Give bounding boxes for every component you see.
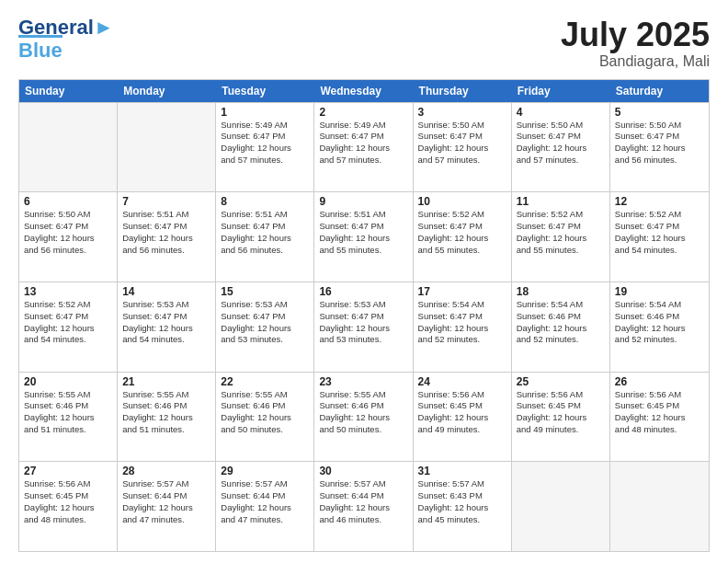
header-day-saturday: Saturday <box>610 80 709 102</box>
cell-info-line: Sunrise: 5:54 AM <box>418 299 506 311</box>
cell-info-line: Sunset: 6:47 PM <box>122 311 210 323</box>
cell-info-line: Sunrise: 5:55 AM <box>122 389 210 401</box>
cell-info-line: Sunrise: 5:50 AM <box>517 120 605 132</box>
cal-cell: 24Sunrise: 5:56 AMSunset: 6:45 PMDayligh… <box>414 373 512 462</box>
cell-info-line: Sunset: 6:46 PM <box>221 400 309 412</box>
cell-info-line: and 46 minutes. <box>319 514 407 526</box>
cell-info-line: Sunrise: 5:50 AM <box>418 120 506 132</box>
cell-info-line: Sunset: 6:47 PM <box>319 221 407 233</box>
cal-cell <box>610 462 709 551</box>
cell-info-line: Sunrise: 5:53 AM <box>122 299 210 311</box>
cal-cell <box>19 103 118 192</box>
header-day-tuesday: Tuesday <box>216 80 314 102</box>
cell-info-line: Daylight: 12 hours <box>221 143 309 155</box>
cal-cell: 16Sunrise: 5:53 AMSunset: 6:47 PMDayligh… <box>314 282 413 372</box>
cell-info-line: and 54 minutes. <box>24 334 112 346</box>
cell-info-line: Sunset: 6:47 PM <box>221 221 309 233</box>
logo-blue: Blue <box>18 35 63 63</box>
cell-info-line: Sunset: 6:46 PM <box>615 311 704 323</box>
cell-info-line: and 53 minutes. <box>319 334 407 346</box>
day-number: 13 <box>24 285 112 298</box>
cell-info-line: Sunrise: 5:54 AM <box>615 299 704 311</box>
cal-cell: 31Sunrise: 5:57 AMSunset: 6:43 PMDayligh… <box>414 462 512 551</box>
cell-info-line: Sunset: 6:47 PM <box>319 311 407 323</box>
cell-info-line: Sunset: 6:47 PM <box>418 311 506 323</box>
cell-info-line: Daylight: 12 hours <box>418 233 506 245</box>
cell-info-line: Sunset: 6:45 PM <box>24 490 112 502</box>
cell-info-line: and 52 minutes. <box>517 334 605 346</box>
day-number: 28 <box>122 465 210 477</box>
header-day-sunday: Sunday <box>19 80 118 102</box>
cell-info-line: Sunrise: 5:50 AM <box>24 209 112 221</box>
cell-info-line: and 57 minutes. <box>418 155 506 167</box>
day-number: 25 <box>517 375 605 388</box>
cell-info-line: Daylight: 12 hours <box>517 412 605 424</box>
cal-cell: 2Sunrise: 5:49 AMSunset: 6:47 PMDaylight… <box>314 103 413 192</box>
cell-info-line: Sunset: 6:47 PM <box>517 221 605 233</box>
cell-info-line: and 45 minutes. <box>418 514 506 526</box>
cell-info-line: Daylight: 12 hours <box>221 233 309 245</box>
cell-info-line: Daylight: 12 hours <box>418 412 506 424</box>
cell-info-line: Sunset: 6:46 PM <box>517 311 605 323</box>
cal-cell: 3Sunrise: 5:50 AMSunset: 6:47 PMDaylight… <box>414 103 512 192</box>
day-number: 7 <box>122 195 210 208</box>
cell-info-line: and 56 minutes. <box>24 245 112 257</box>
day-number: 23 <box>319 375 407 388</box>
cell-info-line: Sunrise: 5:51 AM <box>221 209 309 221</box>
day-number: 6 <box>24 195 112 208</box>
cell-info-line: Sunset: 6:47 PM <box>221 311 309 323</box>
cell-info-line: Sunrise: 5:57 AM <box>418 478 506 490</box>
week-row-2: 6Sunrise: 5:50 AMSunset: 6:47 PMDaylight… <box>19 191 709 282</box>
cell-info-line: Sunset: 6:46 PM <box>122 400 210 412</box>
cell-info-line: Sunset: 6:46 PM <box>319 400 407 412</box>
cal-cell: 22Sunrise: 5:55 AMSunset: 6:46 PMDayligh… <box>216 373 314 462</box>
cal-cell <box>512 462 610 551</box>
cell-info-line: Sunset: 6:47 PM <box>319 131 407 143</box>
calendar-header: SundayMondayTuesdayWednesdayThursdayFrid… <box>19 80 709 102</box>
cell-info-line: and 57 minutes. <box>319 155 407 167</box>
cell-info-line: Sunset: 6:47 PM <box>615 131 704 143</box>
cell-info-line: Sunrise: 5:52 AM <box>517 209 605 221</box>
cell-info-line: Sunrise: 5:52 AM <box>24 299 112 311</box>
cell-info-line: Daylight: 12 hours <box>24 233 112 245</box>
cell-info-line: and 54 minutes. <box>122 334 210 346</box>
cal-cell: 5Sunrise: 5:50 AMSunset: 6:47 PMDaylight… <box>610 103 709 192</box>
day-number: 31 <box>418 465 506 477</box>
cal-cell: 15Sunrise: 5:53 AMSunset: 6:47 PMDayligh… <box>216 282 314 372</box>
cell-info-line: and 52 minutes. <box>615 334 704 346</box>
cell-info-line: Sunrise: 5:56 AM <box>418 389 506 401</box>
header-day-monday: Monday <box>118 80 216 102</box>
cal-cell: 29Sunrise: 5:57 AMSunset: 6:44 PMDayligh… <box>216 462 314 551</box>
cal-cell: 20Sunrise: 5:55 AMSunset: 6:46 PMDayligh… <box>19 373 118 462</box>
cell-info-line: Sunset: 6:44 PM <box>122 490 210 502</box>
cell-info-line: Daylight: 12 hours <box>24 323 112 335</box>
day-number: 22 <box>221 375 309 388</box>
cell-info-line: Sunrise: 5:55 AM <box>319 389 407 401</box>
cell-info-line: and 55 minutes. <box>319 245 407 257</box>
header: General► Blue July 2025 Bandiagara, Mali <box>18 17 710 70</box>
cell-info-line: Sunset: 6:45 PM <box>418 400 506 412</box>
day-number: 30 <box>319 465 407 477</box>
cal-cell <box>118 103 216 192</box>
title-location: Bandiagara, Mali <box>561 53 710 70</box>
day-number: 18 <box>517 285 605 298</box>
cell-info-line: and 48 minutes. <box>615 424 704 436</box>
logo: General► Blue <box>18 17 114 63</box>
day-number: 3 <box>418 106 506 119</box>
cell-info-line: Daylight: 12 hours <box>517 233 605 245</box>
cal-cell: 25Sunrise: 5:56 AMSunset: 6:45 PMDayligh… <box>512 373 610 462</box>
cell-info-line: Sunrise: 5:56 AM <box>615 389 704 401</box>
day-number: 16 <box>319 285 407 298</box>
cal-cell: 23Sunrise: 5:55 AMSunset: 6:46 PMDayligh… <box>314 373 413 462</box>
cell-info-line: Sunrise: 5:57 AM <box>319 478 407 490</box>
cal-cell: 7Sunrise: 5:51 AMSunset: 6:47 PMDaylight… <box>118 192 216 282</box>
cell-info-line: Daylight: 12 hours <box>615 143 704 155</box>
cell-info-line: and 51 minutes. <box>122 424 210 436</box>
cell-info-line: Daylight: 12 hours <box>221 412 309 424</box>
day-number: 14 <box>122 285 210 298</box>
cal-cell: 28Sunrise: 5:57 AMSunset: 6:44 PMDayligh… <box>118 462 216 551</box>
cell-info-line: Daylight: 12 hours <box>319 233 407 245</box>
cell-info-line: Sunset: 6:47 PM <box>418 221 506 233</box>
cell-info-line: Daylight: 12 hours <box>221 323 309 335</box>
day-number: 21 <box>122 375 210 388</box>
